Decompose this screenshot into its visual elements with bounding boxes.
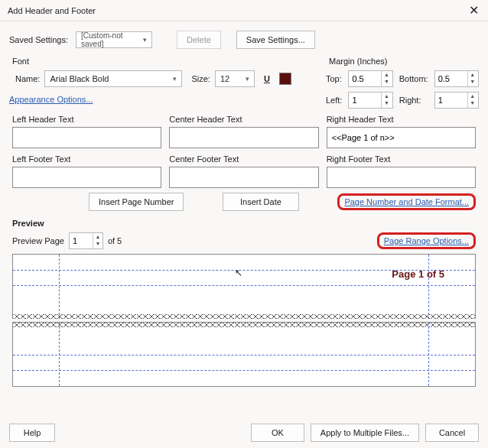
margin-bottom-stepper[interactable]: ▲▼ — [434, 70, 479, 87]
page-number-date-format-link[interactable]: Page Number and Date Format... — [344, 197, 469, 206]
font-heading: Font — [12, 57, 311, 66]
chevron-down-icon: ▾ — [143, 36, 147, 44]
center-footer-label: Center Footer Text — [169, 154, 318, 164]
color-swatch[interactable] — [279, 73, 291, 85]
torn-edge-icon — [13, 314, 475, 319]
margin-right-stepper[interactable]: ▲▼ — [434, 92, 479, 109]
preview-header-pane: Page 1 of 5 — [12, 254, 476, 319]
preview-page-label: Preview Page — [12, 236, 64, 245]
help-button[interactable]: Help — [9, 424, 55, 442]
margin-top-stepper[interactable]: ▲▼ — [348, 70, 392, 87]
add-header-footer-dialog: Add Header and Footer ✕ Saved Settings: … — [0, 0, 488, 448]
font-name-label: Name: — [15, 74, 40, 83]
up-arrow-icon[interactable]: ▲ — [468, 71, 477, 78]
center-header-label: Center Header Text — [169, 115, 318, 124]
close-icon[interactable]: ✕ — [465, 3, 482, 18]
preview-page-input[interactable] — [70, 233, 93, 248]
right-header-input[interactable] — [327, 127, 476, 148]
save-settings-button[interactable]: Save Settings... — [236, 31, 315, 49]
margin-bottom-label: Bottom: — [399, 74, 428, 83]
center-header-input[interactable] — [169, 127, 318, 148]
margin-left-input[interactable] — [349, 93, 381, 108]
torn-edge-icon — [13, 323, 475, 327]
margin-left-label: Left: — [326, 96, 342, 105]
preview-footer-pane — [12, 322, 476, 387]
preview-heading: Preview — [12, 219, 479, 228]
margin-left-stepper[interactable]: ▲▼ — [348, 92, 392, 109]
page-range-options-link[interactable]: Page Range Options... — [384, 236, 469, 245]
ok-button[interactable]: OK — [251, 424, 304, 442]
saved-settings-value: [Custom-not saved] — [81, 31, 143, 48]
preview-rendered-text: Page 1 of 5 — [392, 268, 444, 280]
up-arrow-icon[interactable]: ▲ — [382, 93, 391, 99]
font-size-combo[interactable]: 12 ▾ — [215, 70, 255, 87]
font-name-combo[interactable]: Arial Black Bold ▾ — [44, 70, 182, 87]
highlight-format: Page Number and Date Format... — [337, 193, 476, 210]
saved-settings-row: Saved Settings: [Custom-not saved] ▾ Del… — [9, 31, 479, 49]
right-footer-input[interactable] — [327, 167, 476, 188]
preview-page-stepper[interactable]: ▲▼ — [69, 232, 103, 249]
chevron-down-icon: ▾ — [246, 75, 249, 83]
highlight-range: Page Range Options... — [377, 232, 476, 249]
apply-multiple-files-button[interactable]: Apply to Multiple Files... — [311, 424, 419, 442]
preview-of-text: of 5 — [108, 236, 122, 245]
right-header-label: Right Header Text — [327, 115, 476, 124]
left-header-input[interactable] — [12, 127, 161, 148]
down-arrow-icon[interactable]: ▼ — [468, 78, 477, 85]
cancel-button[interactable]: Cancel — [425, 424, 479, 442]
down-arrow-icon[interactable]: ▼ — [93, 240, 102, 247]
down-arrow-icon[interactable]: ▼ — [382, 99, 391, 106]
margin-right-input[interactable] — [435, 93, 467, 108]
margin-heading: Margin (Inches) — [329, 57, 479, 66]
insert-date-button[interactable]: Insert Date — [223, 193, 299, 211]
underline-button[interactable]: U — [259, 71, 275, 86]
center-footer-input[interactable] — [169, 167, 318, 188]
left-header-label: Left Header Text — [12, 115, 161, 124]
margin-top-input[interactable] — [349, 71, 381, 86]
right-footer-label: Right Footer Text — [327, 154, 476, 164]
up-arrow-icon[interactable]: ▲ — [93, 233, 102, 240]
down-arrow-icon[interactable]: ▼ — [382, 78, 391, 85]
appearance-options-link[interactable]: Appearance Options... — [9, 95, 93, 104]
chevron-down-icon: ▾ — [173, 75, 177, 83]
down-arrow-icon[interactable]: ▼ — [468, 99, 477, 106]
font-row: Name: Arial Black Bold ▾ Size: 12 ▾ U — [15, 70, 311, 87]
margin-top-label: Top: — [326, 74, 342, 83]
dialog-title: Add Header and Footer — [8, 6, 96, 15]
up-arrow-icon[interactable]: ▲ — [468, 93, 477, 99]
saved-settings-combo[interactable]: [Custom-not saved] ▾ — [76, 31, 152, 48]
font-size-label: Size: — [191, 74, 210, 83]
header-footer-grid: Left Header Text Center Header Text Righ… — [12, 115, 476, 188]
up-arrow-icon[interactable]: ▲ — [382, 71, 391, 78]
font-name-value: Arial Black Bold — [50, 74, 109, 83]
delete-button[interactable]: Delete — [177, 31, 221, 49]
margin-right-label: Right: — [399, 96, 428, 105]
margin-bottom-input[interactable] — [435, 71, 467, 86]
dialog-footer: Help OK Apply to Multiple Files... Cance… — [9, 424, 479, 442]
titlebar: Add Header and Footer ✕ — [0, 0, 488, 21]
left-footer-input[interactable] — [12, 167, 161, 188]
font-size-value: 12 — [220, 74, 229, 83]
insert-page-number-button[interactable]: Insert Page Number — [89, 193, 184, 211]
saved-settings-label: Saved Settings: — [9, 35, 68, 44]
left-footer-label: Left Footer Text — [12, 154, 161, 164]
